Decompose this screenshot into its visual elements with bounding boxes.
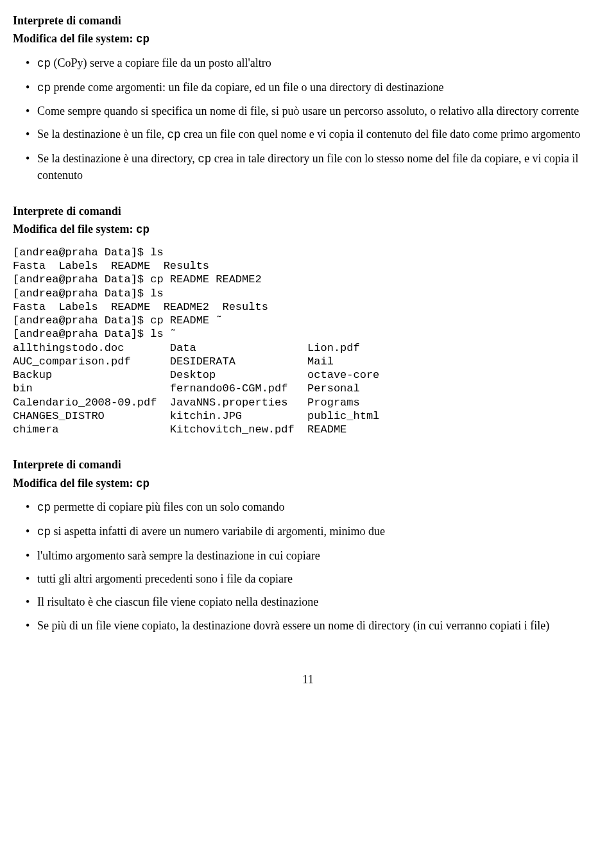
inline-cmd: cp (37, 57, 51, 70)
list-text: tutti gli altri argomenti precedenti son… (37, 572, 293, 585)
list-text: permette di copiare più files con un sol… (51, 500, 284, 513)
list-item: cp permette di copiare più files con un … (37, 499, 603, 516)
section-2-subtitle-cmd: cp (136, 223, 150, 236)
section-2-subtitle: Modifica del file system: cp (13, 221, 603, 238)
inline-cmd: cp (198, 153, 211, 166)
list-text: l'ultimo argomento sarà sempre la destin… (37, 549, 320, 562)
section-1: Interprete di comandi Modifica del file … (13, 13, 603, 183)
inline-cmd: cp (37, 501, 51, 514)
section-1-title: Interprete di comandi (13, 13, 603, 28)
list-text: Come sempre quando si specifica un nome … (37, 105, 579, 117)
inline-cmd: cp (37, 525, 51, 538)
list-item: Se la destinazione è un file, cp crea un… (37, 126, 603, 143)
section-1-subtitle: Modifica del file system: cp (13, 31, 603, 47)
list-text: Il risultato è che ciascun file viene co… (37, 595, 318, 608)
page-number: 11 (13, 672, 603, 687)
list-item: cp (CoPy) serve a copiare file da un pos… (37, 55, 603, 72)
section-3-title: Interprete di comandi (13, 457, 603, 472)
section-2-subtitle-prefix: Modifica del file system: (13, 223, 136, 235)
list-text: prende come argomenti: un file da copiar… (51, 81, 443, 94)
list-item: Se più di un file viene copiato, la dest… (37, 618, 603, 633)
list-item: l'ultimo argomento sarà sempre la destin… (37, 548, 603, 563)
list-item: Se la destinazione è una directory, cp c… (37, 151, 603, 183)
section-1-subtitle-prefix: Modifica del file system: (13, 32, 136, 45)
list-item: tutti gli altri argomenti precedenti son… (37, 571, 603, 586)
inline-cmd: cp (37, 81, 51, 94)
list-item: cp si aspetta infatti di avere un numero… (37, 524, 603, 540)
section-1-subtitle-cmd: cp (136, 33, 150, 46)
list-item: Come sempre quando si specifica un nome … (37, 103, 603, 119)
list-item: Il risultato è che ciascun file viene co… (37, 594, 603, 610)
section-2: Interprete di comandi Modifica del file … (13, 203, 603, 436)
list-text: Se più di un file viene copiato, la dest… (37, 619, 549, 632)
list-text: crea un file con quel nome e vi copia il… (180, 128, 580, 141)
list-text: Se la destinazione è un file, (37, 128, 167, 141)
section-2-title: Interprete di comandi (13, 203, 603, 219)
section-3-subtitle: Modifica del file system: cp (13, 475, 603, 492)
section-1-list: cp (CoPy) serve a copiare file da un pos… (13, 55, 603, 183)
list-text: Se la destinazione è una directory, (37, 152, 198, 165)
section-3-subtitle-prefix: Modifica del file system: (13, 477, 136, 490)
section-3-subtitle-cmd: cp (136, 477, 150, 490)
list-text: (CoPy) serve a copiare file da un posto … (51, 56, 271, 69)
list-text: si aspetta infatti di avere un numero va… (51, 525, 385, 538)
terminal-output: [andrea@praha Data]$ ls Fasta Labels REA… (13, 246, 603, 437)
section-3: Interprete di comandi Modifica del file … (13, 457, 603, 633)
inline-cmd: cp (167, 128, 180, 141)
list-item: cp prende come argomenti: un file da cop… (37, 80, 603, 96)
section-3-list: cp permette di copiare più files con un … (13, 499, 603, 633)
